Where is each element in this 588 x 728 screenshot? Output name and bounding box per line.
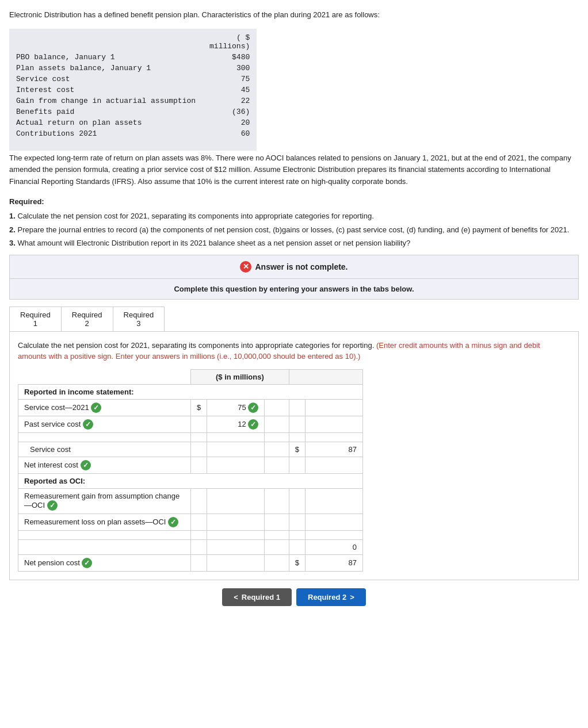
empty-rl3 [265,514,289,530]
table-header-label [9,32,203,52]
prev-arrow-icon: < [234,593,238,601]
row-label-past-service: Past service cost ✓ [18,416,191,432]
empty-c2 [207,442,265,457]
empty-ot1 [191,539,207,554]
row-label: Contributions 2021 [9,128,203,139]
prev-button-label: Required 1 [242,593,280,601]
dollar-service-total: $ [289,442,305,457]
empty-rl4 [289,514,305,530]
required-title: Required: [9,197,44,206]
required-item-1: 1. Calculate the net pension cost for 20… [9,210,579,222]
net-pension-cost-row: Net pension cost ✓ $ 87 [18,554,363,571]
navigation-buttons: < Required 1 Required 2 > [9,588,579,606]
table-row: Interest cost 45 [9,85,257,95]
complete-message: Complete this question by entering your … [9,279,579,300]
table-row: Plan assets balance, January 1 300 [9,63,257,74]
row-value: 75 [203,74,257,85]
col-label-header [18,369,191,384]
next-button-label: Required 2 [308,593,346,601]
value-past-service: 12 ✓ [207,416,265,432]
income-statement-header-row: Reported in income statement: [18,384,363,399]
value-service-cost: 75 ✓ [207,399,265,416]
income-statement-header: Reported in income statement: [18,384,363,399]
check-icon-12: ✓ [248,419,258,430]
empty-np3 [265,554,289,571]
table-row: PBO balance, January 1 $480 [9,52,257,63]
intro-text: Electronic Distribution has a defined be… [9,9,579,21]
empty-ni3 [265,457,289,473]
row-value: 20 [203,117,257,128]
row-label-net-interest: Net interest cost ✓ [18,457,191,473]
table-row: Service cost $ 87 [18,442,363,457]
row-label: Service cost [9,74,203,85]
row-label: Gain from change in actuarial assumption [9,95,203,106]
oci-total-value: 0 [306,539,363,554]
empty-rg2 [207,488,265,514]
next-button[interactable]: Required 2 > [296,588,366,606]
answer-table: ($ in millions) Reported in income state… [18,369,363,572]
table-row: Service cost 75 [9,74,257,85]
table-row: Net interest cost ✓ [18,457,363,473]
tab-required-1[interactable]: Required1 [10,307,62,331]
tab-instruction: Calculate the net pension cost for 2021,… [18,340,570,362]
oci-total-label [18,539,191,554]
table-row: Remeasurement loss on plan assets—OCI ✓ [18,514,363,530]
check-icon-remeasurement-gain: ✓ [47,500,58,511]
row-value: 300 [203,63,257,74]
table-row: Benefits paid (36) [9,106,257,117]
row-value: 45 [203,85,257,95]
empty-np1 [191,554,207,571]
empty-ni1 [191,457,207,473]
empty-ni2 [207,457,265,473]
row-value: 60 [203,128,257,139]
table-header-value: ( $millions) [203,32,257,52]
empty-rg5 [306,488,363,514]
oci-header-row: Reported as OCI: [18,473,363,488]
empty-rg4 [289,488,305,514]
empty-cell-2 [289,399,305,416]
answer-banner-text: Answer is not complete. [255,262,348,271]
empty-cell-1 [265,399,289,416]
row-label-remeasurement-loss: Remeasurement loss on plan assets—OCI ✓ [18,514,191,530]
pension-data-table: ( $millions) PBO balance, January 1 $480… [9,32,257,139]
value-net-pension: 87 [306,554,363,571]
prev-button[interactable]: < Required 1 [222,588,292,606]
row-label: Plan assets balance, January 1 [9,63,203,74]
row-label-service-cost-total: Service cost [18,442,191,457]
table-row: 0 [18,539,363,554]
col-value-header: ($ in millions) [191,369,289,384]
check-icon-net-pension: ✓ [82,558,92,568]
row-value: 22 [203,95,257,106]
empty-cell-5 [289,416,305,432]
check-icon-75: ✓ [248,403,258,413]
empty-ni5 [306,457,363,473]
table-row: Gain from change in actuarial assumption… [9,95,257,106]
row-value: (36) [203,106,257,117]
tabs-row: Required1 Required2 Required3 [9,306,165,331]
empty-rg3 [265,488,289,514]
required-item-2: 2. Prepare the journal entries to record… [9,224,579,236]
dollar-past-service [191,416,207,432]
table-row: Actual return on plan assets 20 [9,117,257,128]
next-arrow-icon: > [350,593,354,601]
required-section: Required: 1. Calculate the net pension c… [9,196,579,249]
not-complete-icon: ✕ [240,261,251,273]
row-label: Benefits paid [9,106,203,117]
row-label-service-cost-2021: Service cost—2021 ✓ [18,399,191,416]
table-row: Past service cost ✓ 12 ✓ [18,416,363,432]
empty-rl1 [191,514,207,530]
empty-ni4 [289,457,305,473]
oci-header: Reported as OCI: [18,473,363,488]
tab-required-3[interactable]: Required3 [113,307,165,331]
check-icon-past-service: ✓ [83,419,93,430]
tab-required-2[interactable]: Required2 [62,307,113,331]
col-total-header [289,369,362,384]
value-service-total: 87 [306,442,363,457]
check-icon-service-cost: ✓ [91,403,101,413]
table-row: Service cost—2021 ✓ $ 75 ✓ [18,399,363,416]
empty-spacer-2 [18,530,363,539]
dollar-net-pension: $ [289,554,305,571]
table-row: Remeasurement gain from assumption chang… [18,488,363,514]
dollar-service-cost: $ [191,399,207,416]
row-label-remeasurement-gain: Remeasurement gain from assumption chang… [18,488,191,514]
